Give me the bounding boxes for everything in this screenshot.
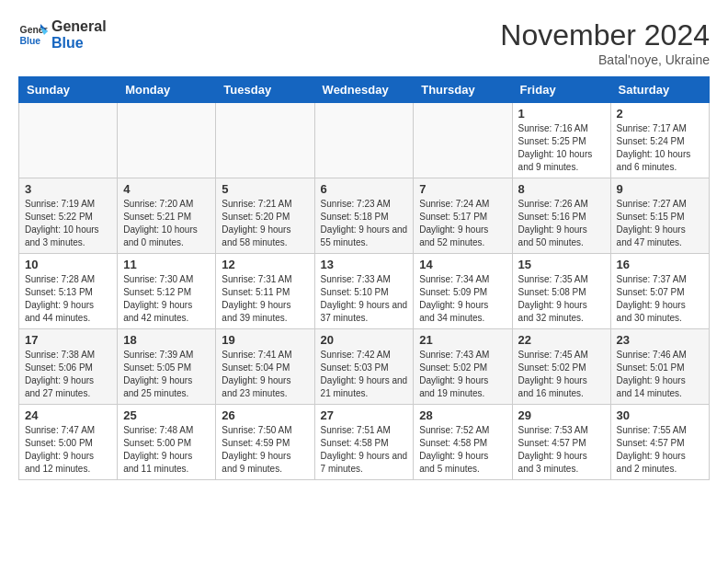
calendar-cell: 6Sunrise: 7:23 AMSunset: 5:18 PMDaylight… [314,178,414,254]
day-number: 14 [419,258,506,271]
day-header-saturday: Saturday [610,77,709,103]
calendar-header-row: SundayMondayTuesdayWednesdayThursdayFrid… [19,77,710,103]
calendar-cell: 29Sunrise: 7:53 AMSunset: 4:57 PMDayligh… [512,405,610,480]
day-info: Sunset: 5:16 PM [518,211,605,224]
calendar-cell: 17Sunrise: 7:38 AMSunset: 5:06 PMDayligh… [19,329,118,405]
day-info: Daylight: 9 hours and 55 minutes. [321,224,408,249]
calendar-cell: 13Sunrise: 7:33 AMSunset: 5:10 PMDayligh… [314,254,414,329]
day-info: Sunset: 5:09 PM [419,286,506,299]
day-info: Daylight: 9 hours and 44 minutes. [25,299,111,325]
day-info: Daylight: 9 hours and 11 minutes. [123,450,210,476]
day-header-thursday: Thursday [414,77,512,103]
day-info: Daylight: 9 hours and 23 minutes. [222,374,308,400]
day-number: 2 [617,107,703,121]
day-info: Sunrise: 7:27 AM [617,198,703,211]
day-info: Daylight: 9 hours and 21 minutes. [321,374,408,400]
day-header-sunday: Sunday [19,77,118,103]
day-info: Sunset: 5:00 PM [25,437,111,450]
calendar-cell: 3Sunrise: 7:19 AMSunset: 5:22 PMDaylight… [19,178,118,254]
calendar-week-4: 17Sunrise: 7:38 AMSunset: 5:06 PMDayligh… [19,329,710,405]
day-info: Sunrise: 7:52 AM [419,424,506,437]
day-info: Daylight: 9 hours and 32 minutes. [518,299,605,325]
svg-text:Blue: Blue [20,35,41,45]
day-number: 26 [222,408,308,422]
day-number: 1 [518,107,605,121]
day-info: Sunrise: 7:23 AM [321,198,408,211]
day-info: Sunrise: 7:35 AM [518,273,605,286]
day-number: 3 [25,182,111,196]
day-info: Daylight: 9 hours and 7 minutes. [321,450,408,476]
day-info: Sunset: 5:22 PM [25,211,111,224]
day-number: 7 [419,182,506,196]
day-number: 9 [617,182,703,196]
day-number: 28 [419,408,506,422]
day-info: Daylight: 9 hours and 19 minutes. [419,374,506,400]
calendar-cell: 12Sunrise: 7:31 AMSunset: 5:11 PMDayligh… [216,254,314,329]
day-info: Daylight: 9 hours and 39 minutes. [222,299,308,325]
day-header-tuesday: Tuesday [216,77,314,103]
logo-icon: General Blue [18,20,48,50]
day-number: 16 [617,258,703,271]
calendar-cell: 8Sunrise: 7:26 AMSunset: 5:16 PMDaylight… [512,178,610,254]
day-number: 25 [123,408,210,422]
calendar-cell: 25Sunrise: 7:48 AMSunset: 5:00 PMDayligh… [118,405,216,480]
day-number: 18 [123,333,210,347]
day-number: 11 [123,258,210,271]
day-info: Sunset: 5:07 PM [617,286,703,299]
day-info: Sunset: 5:11 PM [222,286,308,299]
calendar-cell: 10Sunrise: 7:28 AMSunset: 5:13 PMDayligh… [19,254,118,329]
day-info: Daylight: 9 hours and 58 minutes. [222,224,308,249]
day-number: 30 [617,408,703,422]
day-number: 19 [222,333,308,347]
day-info: Daylight: 9 hours and 42 minutes. [123,299,210,325]
calendar-cell: 20Sunrise: 7:42 AMSunset: 5:03 PMDayligh… [314,329,414,405]
day-number: 5 [222,182,308,196]
day-info: Daylight: 9 hours and 9 minutes. [222,450,308,476]
day-info: Sunrise: 7:33 AM [321,273,408,286]
day-info: Daylight: 9 hours and 47 minutes. [617,224,703,249]
day-number: 10 [25,258,111,271]
calendar-cell: 2Sunrise: 7:17 AMSunset: 5:24 PMDaylight… [610,103,709,178]
day-info: Sunset: 5:05 PM [123,362,210,374]
day-number: 23 [617,333,703,347]
calendar-cell: 27Sunrise: 7:51 AMSunset: 4:58 PMDayligh… [314,405,414,480]
day-info: Sunrise: 7:53 AM [518,424,605,437]
page-header: General Blue General Blue November 2024 … [18,18,710,67]
day-info: Sunrise: 7:38 AM [25,349,111,362]
day-info: Sunset: 5:13 PM [25,286,111,299]
day-info: Sunrise: 7:51 AM [321,424,408,437]
day-info: Sunrise: 7:28 AM [25,273,111,286]
day-number: 21 [419,333,506,347]
day-number: 22 [518,333,605,347]
calendar-week-2: 3Sunrise: 7:19 AMSunset: 5:22 PMDaylight… [19,178,710,254]
day-info: Daylight: 9 hours and 27 minutes. [25,374,111,400]
calendar-cell: 9Sunrise: 7:27 AMSunset: 5:15 PMDaylight… [610,178,709,254]
day-number: 13 [321,258,408,271]
day-info: Sunrise: 7:20 AM [123,198,210,211]
day-info: Daylight: 9 hours and 3 minutes. [518,450,605,476]
day-info: Sunset: 4:58 PM [321,437,408,450]
day-info: Sunset: 5:15 PM [617,211,703,224]
calendar-cell [118,103,216,178]
day-info: Daylight: 9 hours and 30 minutes. [617,299,703,325]
day-info: Sunrise: 7:42 AM [321,349,408,362]
calendar-cell: 14Sunrise: 7:34 AMSunset: 5:09 PMDayligh… [414,254,512,329]
calendar-cell: 19Sunrise: 7:41 AMSunset: 5:04 PMDayligh… [216,329,314,405]
day-info: Sunset: 5:12 PM [123,286,210,299]
day-info: Sunset: 5:17 PM [419,211,506,224]
day-info: Sunrise: 7:37 AM [617,273,703,286]
calendar-cell [19,103,118,178]
day-number: 8 [518,182,605,196]
day-number: 27 [321,408,408,422]
day-info: Sunrise: 7:17 AM [617,122,703,135]
calendar-cell: 15Sunrise: 7:35 AMSunset: 5:08 PMDayligh… [512,254,610,329]
calendar-cell: 7Sunrise: 7:24 AMSunset: 5:17 PMDaylight… [414,178,512,254]
day-info: Sunset: 5:25 PM [518,135,605,148]
day-info: Daylight: 9 hours and 37 minutes. [321,299,408,325]
day-info: Sunset: 5:00 PM [123,437,210,450]
day-number: 4 [123,182,210,196]
day-info: Sunset: 5:20 PM [222,211,308,224]
day-info: Daylight: 9 hours and 14 minutes. [617,374,703,400]
day-info: Sunset: 5:10 PM [321,286,408,299]
day-info: Daylight: 9 hours and 52 minutes. [419,224,506,249]
